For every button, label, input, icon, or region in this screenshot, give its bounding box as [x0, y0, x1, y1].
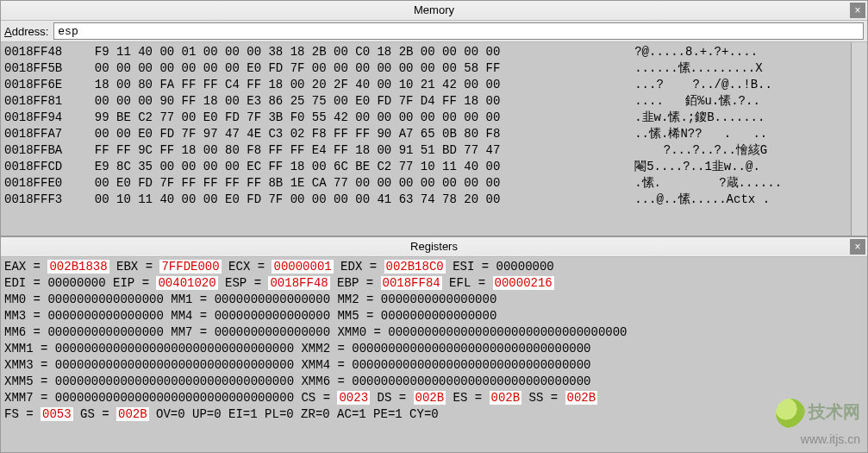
memory-titlebar: Memory × [1, 1, 867, 21]
memory-row: 0018FFA7 00 00 E0 FD 7F 97 47 4E C3 02 F… [4, 126, 848, 142]
memory-ascii: .愫. ?蔵...... [613, 175, 848, 192]
register-value-cs: 0023 [337, 391, 370, 405]
close-icon[interactable]: × [850, 239, 865, 255]
memory-ascii: ..愫.桸N?? . .. [613, 126, 848, 142]
registers-title: Registers [410, 240, 458, 253]
register-line: XMM5 = 000000000000000000000000000000000… [4, 374, 864, 390]
register-line: EDI = 00000000 EIP = 00401020 ESP = 0018… [4, 275, 864, 292]
memory-address: 0018FFF3 [4, 192, 80, 208]
memory-address: 0018FFA7 [4, 126, 80, 142]
memory-bytes: 00 E0 FD 7F FF FF FF FF 8B 1E CA 77 00 0… [80, 175, 613, 192]
memory-address: 0018FFCD [4, 159, 80, 175]
register-line: MM6 = 0000000000000000 MM7 = 00000000000… [4, 324, 864, 341]
memory-bytes: 00 00 00 00 00 00 00 E0 FD 7F 00 00 00 0… [80, 60, 613, 77]
memory-row: 0018FF6E 18 00 80 FA FF FF C4 FF 18 00 2… [4, 77, 848, 93]
memory-row: 0018FFCD E9 8C 35 00 00 00 00 EC FF 18 0… [4, 159, 848, 175]
memory-address: 0018FFE0 [4, 175, 80, 192]
memory-ascii: .韭w.愫.;鎫B....... [613, 110, 848, 126]
memory-row: 0018FF94 99 BE C2 77 00 E0 FD 7F 3B F0 5… [4, 110, 848, 126]
register-line: XMM1 = 000000000000000000000000000000000… [4, 341, 864, 357]
memory-address: 0018FF48 [4, 44, 80, 60]
watermark-url: www.itjs.cn [801, 432, 860, 446]
memory-bytes: 18 00 80 FA FF FF C4 FF 18 00 20 2F 40 0… [80, 77, 613, 93]
memory-ascii: ?@.....8.+.?+.... [613, 44, 848, 60]
registers-titlebar: Registers × [1, 237, 867, 257]
memory-title: Memory [414, 3, 454, 16]
memory-address: 0018FF6E [4, 77, 80, 93]
register-line: MM3 = 0000000000000000 MM4 = 00000000000… [4, 308, 864, 324]
register-line: EAX = 002B1838 EBX = 7FFDE000 ECX = 0000… [4, 259, 864, 275]
memory-bytes: FF FF 9C FF 18 00 80 F8 FF FF E4 FF 18 0… [80, 142, 613, 159]
memory-hex-content: 0018FF48 F9 11 40 00 01 00 00 00 38 18 2… [1, 42, 852, 210]
register-line: MM0 = 0000000000000000 MM1 = 00000000000… [4, 292, 864, 308]
memory-bytes: 00 00 E0 FD 7F 97 47 4E C3 02 F8 FF FF 9… [80, 126, 613, 142]
memory-hex-area[interactable]: 0018FF48 F9 11 40 00 01 00 00 00 38 18 2… [1, 42, 867, 236]
register-value-es: 002B [490, 391, 522, 405]
close-icon[interactable]: × [850, 3, 865, 18]
register-value-edx: 002B18C0 [384, 260, 446, 274]
memory-address: 0018FFBA [4, 142, 80, 159]
register-value-ecx: 00000001 [272, 260, 333, 274]
memory-row: 0018FFE0 00 E0 FD 7F FF FF FF FF 8B 1E C… [4, 175, 848, 192]
registers-area[interactable]: EAX = 002B1838 EBX = 7FFDE000 ECX = 0000… [1, 257, 867, 452]
address-input[interactable] [53, 22, 864, 40]
register-value-fs: 0053 [41, 407, 73, 421]
register-value-gs: 002B [116, 407, 149, 421]
memory-bytes: E9 8C 35 00 00 00 00 EC FF 18 00 6C BE C… [80, 159, 613, 175]
register-value-esp: 0018FF48 [268, 276, 329, 290]
registers-panel: Registers × EAX = 002B1838 EBX = 7FFDE00… [0, 236, 868, 453]
register-value-efl: 00000216 [493, 276, 554, 290]
address-label: Address: [4, 25, 48, 38]
memory-ascii: 閹5....?..1韭w..@. [613, 159, 848, 175]
memory-ascii: ...? ?../@..!B.. [613, 77, 848, 93]
memory-row: 0018FF48 F9 11 40 00 01 00 00 00 38 18 2… [4, 44, 848, 60]
register-line: FS = 0053 GS = 002B OV=0 UP=0 EI=1 PL=0 … [4, 406, 864, 423]
memory-bytes: 99 BE C2 77 00 E0 FD 7F 3B F0 55 42 00 0… [80, 110, 613, 126]
memory-row: 0018FFBA FF FF 9C FF 18 00 80 F8 FF FF E… [4, 142, 848, 159]
memory-ascii: ?...?..?..懀絯G [613, 142, 848, 159]
memory-row: 0018FF5B 00 00 00 00 00 00 00 E0 FD 7F 0… [4, 60, 848, 77]
register-value-ebp: 0018FF84 [381, 276, 442, 290]
memory-address: 0018FF81 [4, 93, 80, 110]
register-line: XMM7 = 000000000000000000000000000000000… [4, 390, 864, 406]
memory-panel: Memory × Address: 0018FF48 F9 11 40 00 0… [0, 0, 868, 236]
memory-address: 0018FF5B [4, 60, 80, 77]
memory-ascii: ...@..愫.....Actx . [613, 192, 848, 208]
memory-ascii: ......愫.........X [613, 60, 848, 77]
memory-row: 0018FF81 00 00 00 90 FF 18 00 E3 86 25 7… [4, 93, 848, 110]
register-value-eax: 002B1838 [47, 260, 109, 274]
memory-address: 0018FF94 [4, 110, 80, 126]
register-value-ds: 002B [414, 391, 446, 405]
registers-content: EAX = 002B1838 EBX = 7FFDE000 ECX = 0000… [1, 257, 867, 425]
memory-ascii: .... 銆%u.愫.?.. [613, 93, 848, 110]
register-line: XMM3 = 000000000000000000000000000000000… [4, 357, 864, 374]
register-value-ebx: 7FFDE000 [159, 260, 221, 274]
memory-bytes: 00 10 11 40 00 00 E0 FD 7F 00 00 00 00 4… [80, 192, 613, 208]
memory-row: 0018FFF3 00 10 11 40 00 00 E0 FD 7F 00 0… [4, 192, 848, 208]
memory-bytes: F9 11 40 00 01 00 00 00 38 18 2B 00 C0 1… [80, 44, 613, 60]
memory-bytes: 00 00 00 90 FF 18 00 E3 86 25 75 00 E0 F… [80, 93, 613, 110]
address-bar: Address: [1, 21, 867, 42]
register-value-ss: 002B [565, 391, 598, 405]
register-value-eip: 00401020 [156, 276, 217, 290]
